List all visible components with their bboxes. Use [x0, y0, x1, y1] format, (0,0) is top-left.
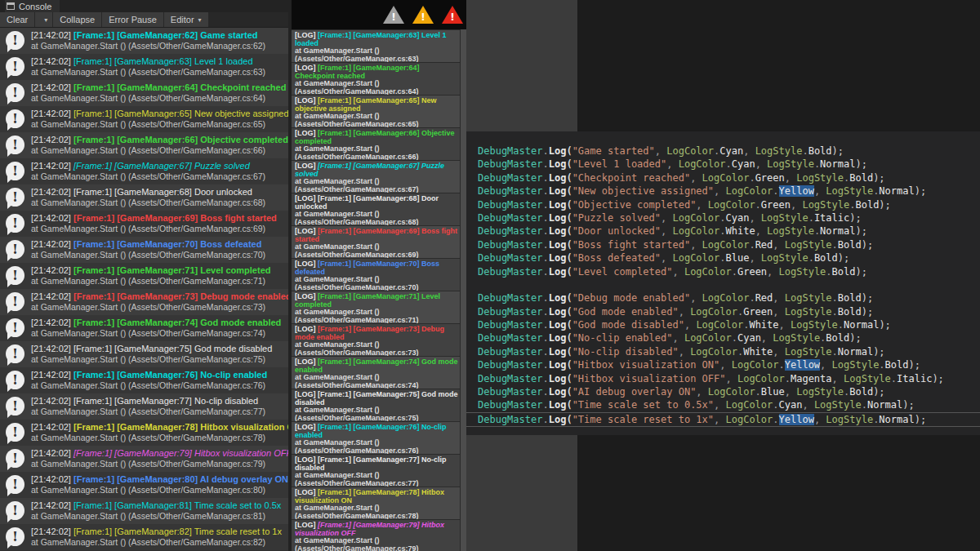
info-filter-icon[interactable]: ! [383, 6, 404, 24]
log-message: [21:42:02] [Frame:1] [GameManager:79] Hi… [31, 448, 285, 459]
log-info-icon: ! [6, 240, 24, 259]
overlay-log-stacktrace: at GameManager.Start () (Assets/Other/Ga… [295, 309, 458, 323]
overlay-log-entry[interactable]: [LOG] [Frame:1] [GameManager:65] New obj… [292, 96, 461, 127]
overlay-log-entry[interactable]: [LOG] [Frame:1] [GameManager:78] Hitbox … [292, 487, 461, 519]
overlay-log-entry[interactable]: [LOG] [Frame:1] [GameManager:79] Hitbox … [292, 520, 461, 551]
overlay-log-message: [LOG] [Frame:1] [GameManager:76] No-clip… [295, 424, 458, 439]
overlay-log-entry[interactable]: [LOG] [Frame:1] [GameManager:77] No-clip… [292, 455, 461, 487]
overlay-log-entry[interactable]: [LOG] [Frame:1] [GameManager:70] Boss de… [292, 259, 461, 291]
code-line[interactable]: DebugMaster.Log("Level completed", LogCo… [466, 265, 980, 278]
code-line[interactable]: DebugMaster.Log("Door unlocked", LogColo… [466, 224, 980, 238]
console-log-row[interactable]: ![21:42:02] [Frame:1] [GameManager:62] G… [0, 28, 288, 54]
log-stacktrace: at GameManager.Start () (Assets/Other/Ga… [31, 380, 285, 391]
console-log-row[interactable]: ![21:42:02] [Frame:1] [GameManager:79] H… [0, 446, 288, 472]
error-pause-button[interactable]: Error Pause [102, 12, 163, 27]
console-log-row[interactable]: ![21:42:02] [Frame:1] [GameManager:77] N… [0, 393, 288, 420]
overlay-log-message: [LOG] [Frame:1] [GameManager:69] Boss fi… [295, 228, 458, 243]
console-log-row[interactable]: ![21:42:02] [Frame:1] [GameManager:73] D… [0, 289, 288, 315]
log-stacktrace: at GameManager.Start () (Assets/Other/Ga… [31, 276, 285, 287]
code-line[interactable]: DebugMaster.Log("Checkpoint reached", Lo… [466, 171, 980, 184]
overlay-log-entry[interactable]: [LOG] [Frame:1] [GameManager:76] No-clip… [292, 422, 461, 454]
code-editor-panel[interactable]: DebugMaster.Log("Game started", LogColor… [466, 131, 980, 435]
screen: Console Clear ▾ Collapse Error Pause Edi… [0, 0, 980, 551]
overlay-log-entry[interactable]: [LOG] [Frame:1] [GameManager:64] Checkpo… [292, 63, 461, 95]
code-line[interactable]: DebugMaster.Log("Boss defeated", LogColo… [466, 251, 980, 264]
console-log-row[interactable]: ![21:42:02] [Frame:1] [GameManager:63] L… [0, 54, 288, 80]
code-line[interactable]: DebugMaster.Log("Time scale reset to 1x"… [466, 412, 980, 427]
console-log-row[interactable]: ![21:42:02] [Frame:1] [GameManager:80] A… [0, 472, 288, 498]
find-match-highlight: Yellow [785, 359, 820, 371]
overlay-log-entry[interactable]: [LOG] [Frame:1] [GameManager:69] Boss fi… [292, 226, 461, 258]
log-info-icon: ! [6, 318, 24, 337]
code-line[interactable]: DebugMaster.Log("AI debug overlay ON", L… [466, 385, 980, 398]
clear-button[interactable]: Clear [0, 12, 34, 27]
console-log-row[interactable]: ![21:42:02] [Frame:1] [GameManager:75] G… [0, 341, 288, 367]
code-line[interactable]: DebugMaster.Log("God mode disabled", Log… [466, 318, 980, 331]
console-log-row[interactable]: ![21:42:02] [Frame:1] [GameManager:71] L… [0, 263, 288, 289]
warning-filter-icon[interactable]: ! [412, 6, 434, 24]
collapse-button[interactable]: Collapse [53, 12, 101, 27]
console-log-row[interactable]: ![21:42:02] [Frame:1] [GameManager:70] B… [0, 237, 288, 263]
overlay-log-entry[interactable]: [LOG] [Frame:1] [GameManager:73] Debug m… [292, 324, 461, 356]
overlay-scrollbar[interactable] [460, 29, 466, 551]
code-line[interactable]: DebugMaster.Log("Hitbox visualization OF… [466, 372, 980, 385]
overlay-log-message: [LOG] [Frame:1] [GameManager:70] Boss de… [295, 260, 458, 276]
log-stacktrace: at GameManager.Start () (Assets/Other/Ga… [31, 41, 285, 51]
overlay-log-message: [LOG] [Frame:1] [GameManager:63] Level 1… [295, 32, 458, 47]
console-log-row[interactable]: ![21:42:02] [Frame:1] [GameManager:76] N… [0, 367, 288, 393]
overlay-log-stacktrace: at GameManager.Start () (Assets/Other/Ga… [295, 407, 458, 421]
console-log-row[interactable]: ![21:42:02] [Frame:1] [GameManager:74] G… [0, 315, 288, 341]
console-log-row[interactable]: ![21:42:02] [Frame:1] [GameManager:64] C… [0, 80, 288, 106]
error-filter-icon[interactable]: ! [442, 6, 463, 24]
overlay-log-message: [LOG] [Frame:1] [GameManager:75] God mod… [295, 391, 458, 407]
overlay-log-entry[interactable]: [LOG] [Frame:1] [GameManager:74] God mod… [292, 357, 461, 389]
code-line[interactable]: DebugMaster.Log("Level 1 loaded", LogCol… [466, 158, 980, 171]
console-log-row[interactable]: ![21:42:02] [Frame:1] [GameManager:78] H… [0, 420, 288, 446]
log-info-icon: ! [6, 109, 24, 128]
log-stacktrace: at GameManager.Start () (Assets/Other/Ga… [31, 93, 285, 104]
overlay-log-entry[interactable]: [LOG] [Frame:1] [GameManager:71] Level c… [292, 291, 461, 323]
console-tab[interactable]: Console [5, 0, 60, 12]
console-log-row[interactable]: ![21:42:02] [Frame:1] [GameManager:67] P… [0, 158, 288, 184]
log-info-icon: ! [6, 344, 24, 363]
log-info-icon: ! [6, 292, 24, 311]
clear-dropdown-button[interactable]: ▾ [35, 12, 52, 27]
console-tab-label: Console [19, 2, 51, 11]
console-log-row[interactable]: ![21:42:02] [Frame:1] [GameManager:69] B… [0, 211, 288, 237]
code-line[interactable]: DebugMaster.Log("Puzzle solved", LogColo… [466, 211, 980, 224]
code-line[interactable]: DebugMaster.Log("Game started", LogColor… [466, 144, 980, 158]
overlay-log-entry[interactable]: [LOG] [Frame:1] [GameManager:67] Puzzle … [292, 161, 461, 193]
code-line[interactable]: DebugMaster.Log("Debug mode enabled", Lo… [466, 291, 980, 304]
log-stacktrace: at GameManager.Start () (Assets/Other/Ga… [31, 302, 285, 313]
log-stacktrace: at GameManager.Start () (Assets/Other/Ga… [31, 354, 285, 365]
code-line[interactable]: DebugMaster.Log("God mode enabled", LogC… [466, 305, 980, 318]
log-stacktrace: at GameManager.Start () (Assets/Other/Ga… [31, 250, 285, 260]
overlay-log-entry[interactable]: [LOG] [Frame:1] [GameManager:75] God mod… [292, 389, 461, 421]
overlay-log-entry[interactable]: [LOG] [Frame:1] [GameManager:63] Level 1… [292, 30, 461, 62]
console-log-row[interactable]: ![21:42:02] [Frame:1] [GameManager:82] T… [0, 524, 288, 550]
code-line[interactable]: DebugMaster.Log("Hitbox visualization ON… [466, 358, 980, 371]
log-message: [21:42:02] [Frame:1] [GameManager:76] No… [31, 370, 285, 380]
chevron-down-icon: ▾ [198, 16, 202, 24]
log-info-icon: ! [6, 501, 24, 520]
log-stacktrace: at GameManager.Start () (Assets/Other/Ga… [31, 459, 285, 469]
game-console-overlay: ! ! ! [LOG] [Frame:1] [GameManager:63] L… [292, 0, 466, 551]
code-blank-line[interactable] [466, 278, 980, 291]
console-log-row[interactable]: ![21:42:02] [Frame:1] [GameManager:66] O… [0, 132, 288, 158]
code-line[interactable]: DebugMaster.Log("New objective assigned"… [466, 184, 980, 198]
code-line[interactable]: DebugMaster.Log("Boss fight started", Lo… [466, 238, 980, 251]
code-line[interactable]: DebugMaster.Log("Time scale set to 0.5x"… [466, 398, 980, 411]
log-message: [21:42:02] [Frame:1] [GameManager:67] Pu… [31, 161, 285, 171]
log-stacktrace: at GameManager.Start () (Assets/Other/Ga… [31, 119, 285, 130]
log-info-icon: ! [6, 31, 24, 50]
code-line[interactable]: DebugMaster.Log("No-clip enabled", LogCo… [466, 331, 980, 344]
console-log-row[interactable]: ![21:42:02] [Frame:1] [GameManager:68] D… [0, 184, 288, 211]
overlay-log-entry[interactable]: [LOG] [Frame:1] [GameManager:66] Objecti… [292, 128, 461, 160]
console-log-row[interactable]: ![21:42:02] [Frame:1] [GameManager:81] T… [0, 498, 288, 524]
code-line[interactable]: DebugMaster.Log("No-clip disabled", LogC… [466, 345, 980, 358]
log-message: [21:42:02] [Frame:1] [GameManager:63] Le… [31, 56, 285, 67]
code-line[interactable]: DebugMaster.Log("Objective completed", L… [466, 198, 980, 211]
console-log-row[interactable]: ![21:42:02] [Frame:1] [GameManager:65] N… [0, 106, 288, 132]
editor-dropdown-button[interactable]: Editor▾ [164, 12, 208, 27]
overlay-log-entry[interactable]: [LOG] [Frame:1] [GameManager:68] Door un… [292, 193, 461, 225]
